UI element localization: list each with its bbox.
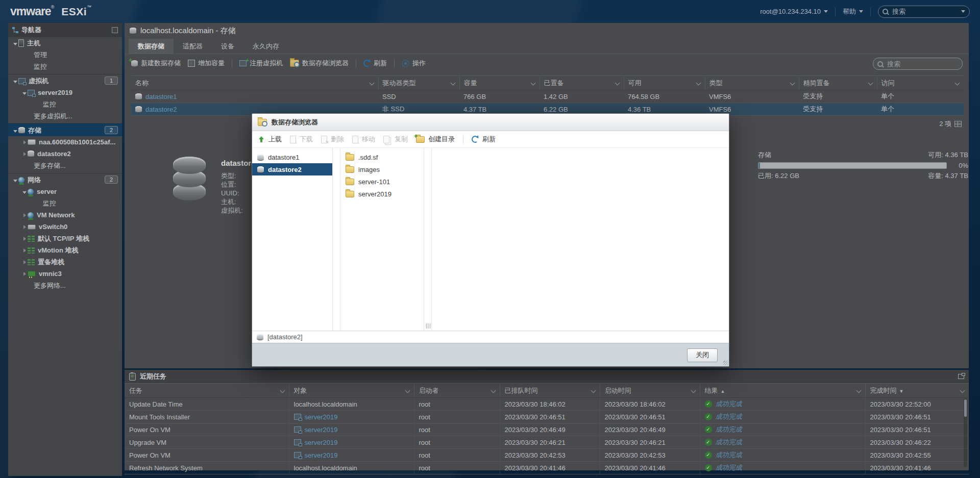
ref-icon bbox=[471, 135, 479, 143]
dialog-title-bar: 数据存储浏览器 bbox=[252, 114, 729, 131]
copy-icon bbox=[383, 136, 389, 143]
dialog-toolbar-1: 下载 bbox=[290, 135, 313, 144]
dialog-toolbar-3: 移动 bbox=[352, 135, 375, 144]
del-icon bbox=[321, 136, 327, 143]
dialog-toolbar-7[interactable]: 刷新 bbox=[472, 135, 496, 144]
down-icon bbox=[290, 136, 296, 143]
datastore-browser-dialog: 数据存储浏览器 上载下载删除移动复制创建目录刷新 datastore1datas… bbox=[252, 113, 729, 367]
column-splitter[interactable]: ||| bbox=[424, 148, 432, 331]
dialog-toolbar-label: 移动 bbox=[362, 135, 375, 144]
dialog-folder-label: images bbox=[358, 166, 380, 173]
divider bbox=[463, 135, 463, 143]
datastore-icon bbox=[257, 334, 263, 340]
datastore-icon bbox=[257, 166, 264, 173]
dialog-toolbar-label: 上载 bbox=[268, 135, 282, 144]
dialog-datastore-label: datastore1 bbox=[268, 154, 299, 161]
dialog-folder-item[interactable]: images bbox=[340, 163, 424, 175]
dialog-footer: 关闭 bbox=[252, 343, 729, 366]
dialog-folder-item[interactable]: server-101 bbox=[340, 175, 424, 188]
dialog-status-bar: [datastore2] bbox=[252, 331, 729, 343]
dialog-toolbar-label: 刷新 bbox=[482, 135, 496, 144]
newdir-icon bbox=[416, 136, 425, 143]
dialog-datastore-item[interactable]: datastore2 bbox=[252, 163, 332, 175]
resize-grip[interactable] bbox=[723, 361, 728, 365]
dialog-datastore-item[interactable]: datastore1 bbox=[252, 151, 332, 163]
dialog-toolbar-0[interactable]: 上载 bbox=[258, 135, 282, 144]
folder-list: .sdd.sfimagesserver-101server2019 bbox=[340, 148, 424, 331]
folder-icon bbox=[346, 191, 354, 197]
dialog-toolbar-label: 删除 bbox=[331, 135, 344, 144]
dialog-toolbar-label: 创建目录 bbox=[428, 135, 455, 144]
file-list-empty bbox=[432, 148, 729, 331]
close-button[interactable]: 关闭 bbox=[687, 348, 718, 362]
dialog-folder-label: server2019 bbox=[358, 190, 391, 198]
dialog-body: datastore1datastore2 .sdd.sfimagesserver… bbox=[252, 148, 729, 331]
folder-icon bbox=[346, 179, 354, 185]
dialog-toolbar-label: 下载 bbox=[300, 135, 313, 144]
move-icon bbox=[352, 136, 358, 143]
dialog-toolbar: 上载下载删除移动复制创建目录刷新 bbox=[252, 131, 729, 148]
selected-path: [datastore2] bbox=[267, 333, 303, 341]
up-icon bbox=[258, 136, 265, 143]
splitter-handle-icon[interactable]: ||| bbox=[426, 323, 431, 329]
dialog-folder-item[interactable]: server2019 bbox=[340, 188, 424, 200]
dialog-title: 数据存储浏览器 bbox=[272, 118, 318, 127]
dialog-folder-item[interactable]: .sdd.sf bbox=[340, 151, 424, 163]
datastore-list: datastore1datastore2 bbox=[252, 148, 333, 331]
dialog-toolbar-2: 删除 bbox=[321, 135, 344, 144]
datastore-icon bbox=[257, 154, 264, 161]
column-splitter[interactable] bbox=[333, 148, 340, 331]
folder-icon bbox=[346, 166, 354, 173]
datastore-browser-icon bbox=[258, 119, 267, 126]
folder-icon bbox=[346, 154, 354, 161]
dialog-toolbar-4: 复制 bbox=[383, 135, 408, 144]
dialog-folder-label: server-101 bbox=[358, 178, 390, 186]
dialog-folder-label: .sdd.sf bbox=[358, 154, 378, 161]
dialog-toolbar-5[interactable]: 创建目录 bbox=[416, 135, 455, 144]
dialog-datastore-label: datastore2 bbox=[268, 166, 302, 173]
dialog-toolbar-label: 复制 bbox=[395, 135, 408, 144]
